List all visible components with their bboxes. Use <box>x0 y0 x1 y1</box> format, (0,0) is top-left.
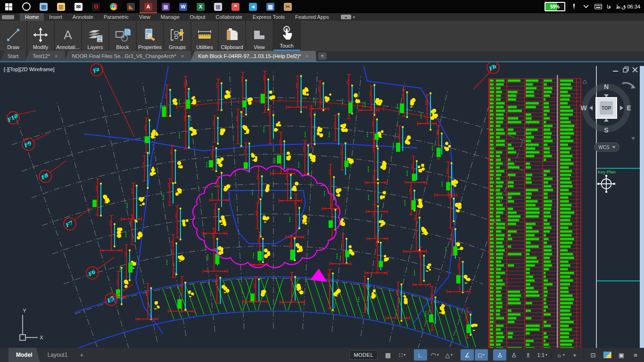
pen-icon[interactable] <box>570 3 578 10</box>
file-explorer-icon[interactable]: ▨ <box>52 0 70 13</box>
close-icon[interactable]: × <box>55 53 58 59</box>
docs-app-icon-glyph: ▥ <box>266 3 274 11</box>
ribbon-panel-touch[interactable]: Touch <box>273 21 301 51</box>
battery-indicator[interactable]: 59% <box>545 2 565 11</box>
telegram-icon[interactable]: ◄ <box>244 0 262 13</box>
annotation-visibility-icon-glyph: ♙ <box>497 352 503 359</box>
close-icon[interactable]: × <box>181 53 184 59</box>
ribbon-tab-featured-apps[interactable]: Featured Apps <box>290 13 334 21</box>
cad-drawing[interactable]: FaF10F9F8F7F6F5FhKey PlanNWESTOP⌂WCSYX[-… <box>0 62 644 348</box>
svg-text:F7: F7 <box>64 220 74 229</box>
modify-icon <box>33 25 49 44</box>
onenote-icon[interactable]: ▤ <box>35 0 52 13</box>
autocad-icon[interactable]: A <box>140 0 157 13</box>
opera-icon-glyph: O <box>92 3 100 11</box>
file-tab[interactable]: Start <box>0 51 26 61</box>
grid-icon[interactable]: ▦ <box>381 349 395 361</box>
osnap-icon[interactable]: □▾ <box>475 349 488 361</box>
ribbon-tab-output[interactable]: Output <box>185 13 211 21</box>
polar-tracking-icon[interactable]: ◠▾ <box>428 349 441 361</box>
workspace-gear-icon[interactable]: ☼▾ <box>554 349 567 361</box>
layout-tab-layout1[interactable]: Layout1 <box>40 348 75 362</box>
new-tab-button[interactable]: + <box>318 52 327 60</box>
chat-app-icon[interactable]: ❝ <box>227 0 244 13</box>
ribbon-panel-clipboard[interactable]: Clipboard <box>219 21 246 51</box>
isodraft-icon[interactable]: △▾ <box>442 349 455 361</box>
new-layout-button[interactable]: + <box>75 348 88 362</box>
ribbon-panel-draw[interactable]: Draw <box>0 21 27 51</box>
ribbon-tab-view[interactable]: View <box>134 13 156 21</box>
close-icon[interactable]: × <box>305 53 308 59</box>
language-indicator[interactable]: فا <box>607 4 611 10</box>
pattern-app-icon[interactable]: ▦ <box>157 0 174 13</box>
quick-access-pill[interactable] <box>2 15 14 19</box>
ribbon-panel-modify[interactable]: Modify <box>27 21 55 51</box>
isolate-objects-icon[interactable]: ⊡ <box>586 349 600 361</box>
search-circle-icon[interactable] <box>17 0 35 13</box>
customization-menu-icon[interactable]: ≡ <box>629 349 642 361</box>
gpu-icon-glyph <box>603 352 611 358</box>
ribbon-panel-layers[interactable]: Layers <box>82 21 109 51</box>
wcs-dropdown[interactable]: WCS <box>594 143 619 151</box>
touch-keyboard-icon[interactable] <box>594 3 602 10</box>
scale-value-glyph: 1:1 <box>537 352 545 358</box>
panel-label: Layers <box>87 44 103 50</box>
file-tab[interactable]: Kish Block F-04RR-97...1.03.15-(Help Del… <box>190 51 316 61</box>
panel-label: Properties <box>138 44 162 50</box>
layers-icon <box>87 25 104 44</box>
graphics-performance-icon[interactable] <box>601 349 614 361</box>
annotation-autoscale-icon[interactable]: ♙ <box>507 349 520 361</box>
snap-icon[interactable]: ∷▾ <box>396 349 409 361</box>
crosshair-plus-icon[interactable]: + <box>568 349 581 361</box>
chevron-down-icon: ▾ <box>437 353 439 357</box>
mail-icon[interactable]: ✉ <box>70 0 87 13</box>
scale-value[interactable]: 1:1▾ <box>536 349 549 361</box>
panel-label: Draw <box>7 44 19 50</box>
docs-app-icon[interactable]: ▥ <box>262 0 279 13</box>
ortho-icon[interactable]: ∟ <box>414 349 427 361</box>
ribbon-panel-view[interactable]: View <box>246 21 273 51</box>
ribbon-tab-parametric[interactable]: Parametric <box>99 13 134 21</box>
photos-icon[interactable]: ▩ <box>209 0 227 13</box>
otrack-icon[interactable]: ∠ <box>461 349 474 361</box>
matlab-icon[interactable]: ◣ <box>122 0 140 13</box>
svg-text:W: W <box>580 104 587 112</box>
excel-icon[interactable]: X <box>192 0 209 13</box>
ribbon-tab-annotate[interactable]: Annotate <box>67 13 99 21</box>
chevron-down-icon: ▾ <box>451 353 453 357</box>
drawing-canvas[interactable]: FaF10F9F8F7F6F5FhKey PlanNWESTOP⌂WCSYX[-… <box>0 61 644 348</box>
viewcube-home-icon[interactable]: ⌂ <box>583 77 587 85</box>
clean-screen-icon[interactable]: ▣ <box>615 349 628 361</box>
file-tab[interactable]: NOOR Final Files Se...Gr3_V6_ChangeArch*… <box>64 51 191 61</box>
layout-tab-model[interactable]: Model <box>8 348 40 362</box>
matlab-icon-glyph: ◣ <box>127 3 135 11</box>
ribbon-tab-insert[interactable]: Insert <box>44 13 67 21</box>
start-button[interactable] <box>0 0 17 13</box>
viewport-controls-label[interactable]: [-][Top][2D Wireframe] <box>4 66 55 72</box>
ribbon-tab-manage[interactable]: Manage <box>156 13 185 21</box>
ribbon-tab-express-tools[interactable]: Express Tools <box>248 13 290 21</box>
model-space-indicator[interactable]: MODEL <box>349 350 378 360</box>
chevron-down-icon: ▾ <box>545 353 547 357</box>
ribbon-panel-groups[interactable]: Groups <box>164 21 191 51</box>
word-icon[interactable]: W <box>174 0 192 13</box>
viewport-window-controls[interactable] <box>613 67 637 72</box>
ribbon-panel-annotati-[interactable]: AAnnotati... <box>55 21 82 51</box>
ribbon-display-toggle[interactable]: ▲ ▾ <box>341 13 355 21</box>
paint-app-icon[interactable]: ✂ <box>279 0 297 13</box>
chrome-icon[interactable] <box>105 0 122 13</box>
viewcube[interactable]: NWESTOP⌂ <box>580 77 636 140</box>
ribbon-panel-properties[interactable]: Properties <box>137 21 164 51</box>
column-units <box>92 71 478 337</box>
clock[interactable]: 06:34 ق.ظ <box>616 4 640 10</box>
annotation-visibility-icon[interactable]: ♙ <box>493 349 506 361</box>
ribbon-tab-collaborate[interactable]: Collaborate <box>211 13 248 21</box>
ribbon-panel-block[interactable]: Block <box>109 21 137 51</box>
annotation-scale-icon[interactable]: ♗ <box>521 349 535 361</box>
file-tab[interactable]: Test12*× <box>25 51 65 61</box>
ribbon-panel-utilities[interactable]: Utilities <box>191 21 219 51</box>
photos-icon-glyph: ▩ <box>214 3 222 11</box>
ribbon-tab-home[interactable]: Home <box>20 13 44 21</box>
hidden-icons-chevron[interactable] <box>582 3 590 10</box>
opera-icon[interactable]: O <box>87 0 105 13</box>
